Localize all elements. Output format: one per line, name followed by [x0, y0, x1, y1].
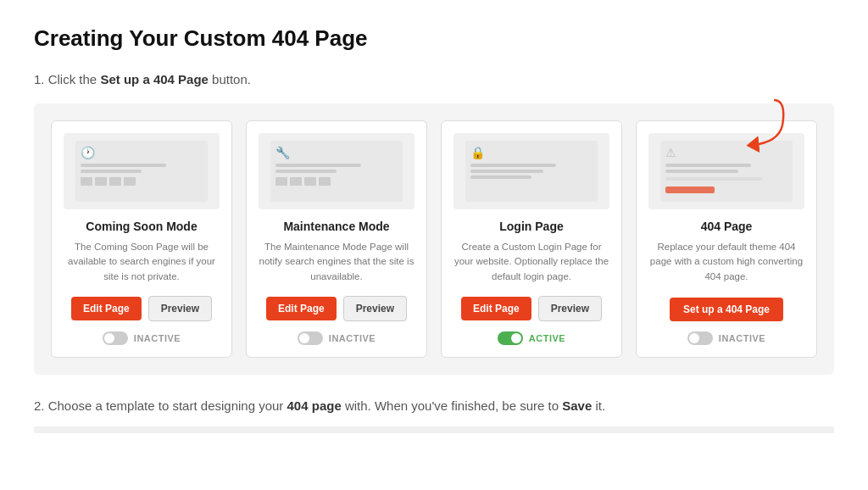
maintenance-desc: The Maintenance Mode Page will notify se… — [259, 240, 415, 284]
404-status-label: INACTIVE — [719, 333, 765, 343]
step-1-number: 1. — [34, 72, 45, 86]
coming-soon-desc: The Coming Soon Page will be available t… — [64, 240, 220, 284]
step-1-text: 1. Click the Set up a 404 Page button. — [34, 72, 834, 86]
maintenance-status-label: INACTIVE — [329, 333, 376, 343]
maintenance-edit-button[interactable]: Edit Page — [266, 297, 337, 320]
maintenance-title: Maintenance Mode — [283, 220, 389, 233]
arrow-indicator — [723, 96, 791, 155]
coming-soon-toggle[interactable] — [103, 331, 128, 345]
page-title: Creating Your Custom 404 Page — [34, 25, 834, 52]
login-toggle[interactable] — [498, 331, 523, 345]
login-preview-button[interactable]: Preview — [538, 296, 602, 321]
404-icon: ⚠ — [665, 146, 676, 159]
404-toggle[interactable] — [687, 331, 713, 345]
coming-soon-status: INACTIVE — [103, 331, 181, 345]
login-edit-button[interactable]: Edit Page — [461, 297, 531, 320]
coming-soon-icon: 🕐 — [81, 146, 95, 159]
404-actions: Set up a 404 Page — [670, 298, 783, 321]
step-2-bold2: Save — [562, 398, 592, 413]
404-desc: Replace your default theme 404 page with… — [648, 240, 804, 286]
step-1-bold: Set up a 404 Page — [100, 72, 209, 86]
step-2-text: 2. Choose a template to start designing … — [34, 398, 834, 413]
setup-404-button[interactable]: Set up a 404 Page — [670, 298, 783, 321]
preview-line — [81, 164, 166, 167]
404-status: INACTIVE — [687, 331, 765, 345]
coming-soon-preview-button[interactable]: Preview — [148, 296, 212, 321]
cards-container: 🕐 Coming Soon Mode The Coming Soon Page … — [34, 103, 834, 375]
login-actions: Edit Page Preview — [461, 296, 602, 321]
login-desc: Create a Custom Login Page for your webs… — [453, 240, 609, 284]
maintenance-icon: 🔧 — [275, 146, 290, 159]
step-2-bold1: 404 page — [287, 398, 342, 413]
maintenance-preview-button[interactable]: Preview — [343, 296, 407, 321]
coming-soon-status-label: INACTIVE — [134, 333, 181, 343]
card-coming-soon: 🕐 Coming Soon Mode The Coming Soon Page … — [51, 120, 232, 358]
login-status-label: ACTIVE — [529, 333, 565, 343]
card-maintenance: 🔧 Maintenance Mode The Maintenance Mode … — [246, 120, 427, 358]
login-title: Login Page — [499, 220, 563, 233]
login-icon: 🔒 — [470, 146, 485, 159]
step-2-number: 2. — [34, 398, 45, 413]
card-404: ⚠ 404 Page Replace your default theme 40… — [636, 120, 817, 358]
bottom-divider — [34, 426, 834, 433]
coming-soon-actions: Edit Page Preview — [71, 296, 212, 321]
card-maintenance-preview: 🔧 — [259, 133, 415, 209]
coming-soon-title: Coming Soon Mode — [86, 220, 197, 233]
404-title: 404 Page — [701, 220, 753, 233]
login-status: ACTIVE — [498, 331, 565, 345]
maintenance-actions: Edit Page Preview — [266, 296, 407, 321]
card-login-preview: 🔒 — [453, 133, 609, 209]
coming-soon-edit-button[interactable]: Edit Page — [71, 297, 142, 320]
maintenance-toggle[interactable] — [298, 331, 323, 345]
card-coming-soon-preview: 🕐 — [64, 133, 220, 209]
card-login: 🔒 Login Page Create a Custom Login Page … — [441, 120, 622, 358]
maintenance-status: INACTIVE — [298, 331, 376, 345]
